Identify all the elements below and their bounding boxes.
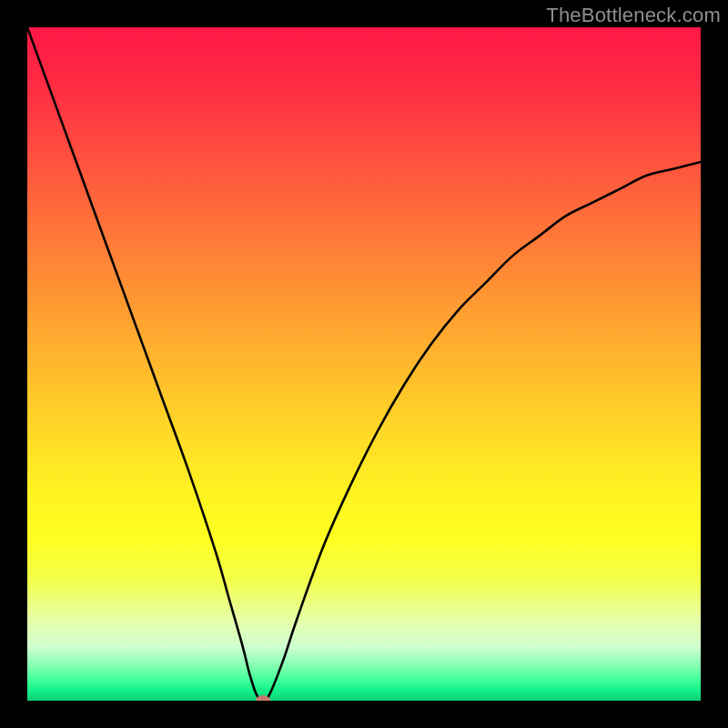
chart-frame: TheBottleneck.com [0,0,728,728]
bottleneck-line-chart [27,27,701,701]
plot-area [27,27,701,701]
watermark-text: TheBottleneck.com [546,4,721,27]
bottleneck-curve-path [27,27,701,701]
